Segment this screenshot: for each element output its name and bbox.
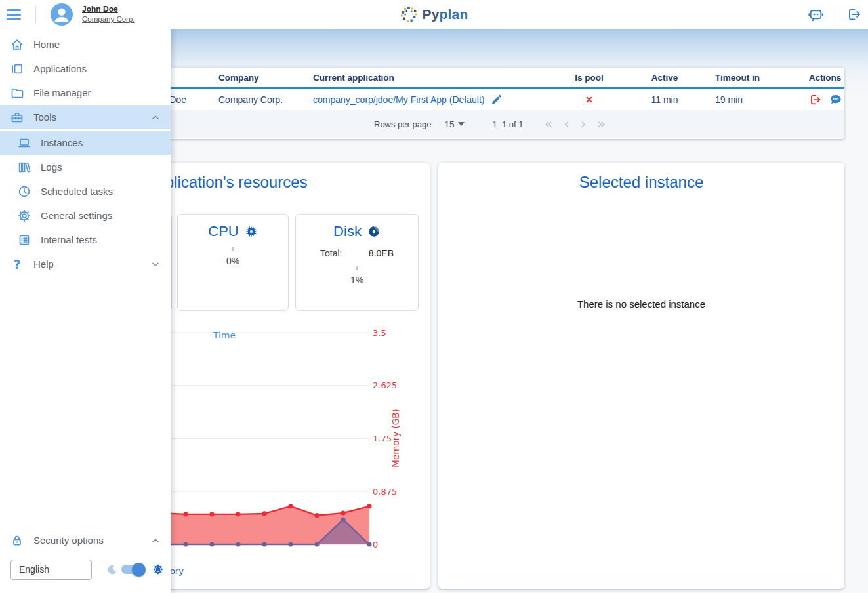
pyplan-logo-mark <box>400 6 417 24</box>
sidebar-item-instances[interactable]: Instances <box>0 131 171 155</box>
cpu-usage-percent: 0% <box>178 256 288 266</box>
language-value: English <box>19 564 49 575</box>
user-company-link[interactable]: Company Corp. <box>82 14 135 24</box>
sidebar-item-label: Internal tests <box>41 234 97 245</box>
user-avatar[interactable] <box>51 3 73 26</box>
col-header-current-application: Current application <box>305 73 556 83</box>
header-divider <box>35 6 36 23</box>
col-header-active: Active <box>622 73 707 83</box>
sidebar-item-label: Home <box>33 39 60 50</box>
sidebar: Home Applications File manager Tools Ins… <box>0 29 171 593</box>
dark-mode-moon-icon <box>106 564 117 575</box>
cell-actions <box>806 93 844 106</box>
sidebar-item-label: File manager <box>33 87 91 98</box>
pagination-range: 1–1 of 1 <box>492 119 523 129</box>
sidebar-item-home[interactable]: Home <box>0 32 171 56</box>
sidebar-item-label: Applications <box>33 63 87 74</box>
laptop-icon <box>16 136 32 150</box>
sidebar-item-label: General settings <box>41 210 112 221</box>
svg-text:3.5: 3.5 <box>373 328 386 338</box>
kill-instance-icon[interactable] <box>808 93 821 106</box>
assistant-chat-icon[interactable] <box>808 7 824 23</box>
disk-usage-percent: 1% <box>296 275 418 285</box>
logo-text-py: Py <box>422 7 439 22</box>
clock-icon <box>16 184 32 199</box>
toolbox-icon <box>9 110 25 125</box>
current-application-link[interactable]: company_corp/jdoe/My First App (Default) <box>313 94 484 105</box>
first-page-button[interactable]: « <box>544 117 552 131</box>
sidebar-footer-controls: English <box>0 552 171 593</box>
sidebar-item-file-manager[interactable]: File manager <box>0 81 171 105</box>
sidebar-item-label: Instances <box>41 137 83 148</box>
svg-text:0: 0 <box>373 540 378 550</box>
logo-text-plan: plan <box>440 7 468 22</box>
next-page-button[interactable]: › <box>581 117 586 131</box>
svg-text:1.75: 1.75 <box>373 434 392 443</box>
svg-text:0.875: 0.875 <box>373 487 397 497</box>
sidebar-item-label: Scheduled tasks <box>41 186 113 197</box>
cell-company: Company Corp. <box>211 94 305 105</box>
col-header-timeout-in: Timeout in <box>707 73 806 83</box>
cell-is-pool: ✕ <box>556 94 622 105</box>
menu-hamburger-button[interactable] <box>7 3 29 26</box>
disk-total-value: 8.0EB <box>369 248 394 258</box>
cell-active: 11 min <box>622 94 707 105</box>
rows-per-page-value[interactable]: 15 <box>444 119 454 129</box>
sidebar-item-scheduled-tasks[interactable]: Scheduled tasks <box>0 179 171 203</box>
logs-icon <box>16 160 32 174</box>
instance-console-icon[interactable] <box>829 93 842 106</box>
sidebar-item-general-settings[interactable]: General settings <box>0 203 171 228</box>
selected-instance-panel: Selected instance There is no selected i… <box>438 163 844 589</box>
col-header-company: Company <box>211 73 305 83</box>
lock-icon <box>9 533 25 548</box>
sidebar-item-logs[interactable]: Logs <box>0 155 171 179</box>
theme-toggle[interactable] <box>121 565 144 574</box>
chevron-up-icon <box>150 112 161 123</box>
cpu-card: CPU 0% <box>177 214 289 311</box>
sidebar-item-label: Tools <box>33 112 56 123</box>
sidebar-item-applications[interactable]: Applications <box>0 56 171 81</box>
rows-per-page-label: Rows per page <box>374 119 431 129</box>
prev-page-button[interactable]: ‹ <box>564 117 569 131</box>
no-selected-instance-message: There is no selected instance <box>438 298 844 310</box>
cpu-chip-icon <box>245 225 258 238</box>
sidebar-item-help[interactable]: ? Help <box>0 252 171 276</box>
cpu-card-title: CPU <box>208 223 238 240</box>
disk-total-label: Total: <box>320 248 342 258</box>
theme-settings-gear-icon[interactable] <box>152 563 164 575</box>
toggle-knob <box>132 563 146 577</box>
disk-usage-gauge <box>356 266 358 270</box>
folder-icon <box>9 86 25 100</box>
logout-icon[interactable] <box>846 7 861 22</box>
cpu-usage-gauge <box>232 247 234 251</box>
col-header-actions: Actions <box>806 73 844 83</box>
sidebar-spacer <box>0 276 171 528</box>
col-header-is-pool: Is pool <box>556 73 622 83</box>
rows-per-page-caret-icon[interactable] <box>458 122 465 126</box>
cell-timeout-in: 19 min <box>707 94 806 105</box>
app-header: John Doe Company Corp. Pyplan <box>0 0 868 29</box>
list-icon <box>16 233 32 247</box>
pyplan-logo: Pyplan <box>400 0 468 29</box>
chevron-down-icon <box>150 258 161 270</box>
user-info: John Doe Company Corp. <box>82 5 135 24</box>
gear-icon <box>16 209 32 223</box>
sidebar-item-security-options[interactable]: Security options <box>0 528 171 552</box>
sidebar-item-label: Security options <box>33 535 104 546</box>
sidebar-item-label: Logs <box>41 161 62 173</box>
chevron-up-icon <box>150 535 161 546</box>
user-name-link[interactable]: John Doe <box>82 5 135 14</box>
svg-text:Time: Time <box>213 330 236 340</box>
last-page-button[interactable]: » <box>597 117 606 131</box>
disk-card: Disk Total: 8.0EB 1% <box>295 214 419 311</box>
sidebar-item-internal-tests[interactable]: Internal tests <box>0 228 171 252</box>
sidebar-item-tools[interactable]: Tools <box>0 105 171 129</box>
selected-instance-title: Selected instance <box>438 173 844 192</box>
svg-text:2.625: 2.625 <box>373 380 397 390</box>
edit-application-icon[interactable] <box>491 94 502 105</box>
header-actions <box>808 0 861 29</box>
sidebar-item-label: Help <box>33 258 54 270</box>
language-select[interactable]: English <box>10 560 92 580</box>
svg-text:Memory (GB): Memory (GB) <box>390 409 401 467</box>
disk-card-title: Disk <box>333 223 362 240</box>
